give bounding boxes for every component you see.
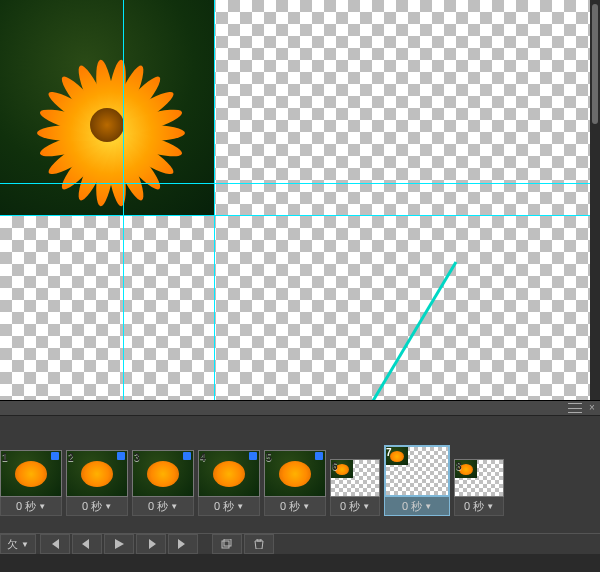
panel-close-icon[interactable]: × [586, 402, 598, 414]
loop-label: 欠 [7, 537, 18, 552]
frame-2[interactable]: 20 秒▼ [66, 450, 128, 516]
animation-timeline-panel: × 10 秒▼20 秒▼30 秒▼40 秒▼50 秒▼60 秒▼70 秒▼80 … [0, 400, 600, 554]
frame-delay-label: 0 秒 [148, 499, 168, 514]
frame-number: 1 [2, 452, 8, 463]
playback-toolbar: 欠 ▼ [0, 533, 600, 554]
frame-number: 3 [134, 452, 140, 463]
guide-vertical[interactable] [214, 0, 215, 400]
frame-propagate-icon [183, 452, 191, 460]
chevron-down-icon: ▼ [38, 502, 46, 511]
duplicate-frame-icon [221, 539, 233, 549]
document-viewport[interactable] [0, 0, 590, 400]
last-frame-icon [177, 539, 189, 549]
trash-icon [253, 539, 265, 549]
frame-delay-label: 0 秒 [16, 499, 36, 514]
frame-strip: 10 秒▼20 秒▼30 秒▼40 秒▼50 秒▼60 秒▼70 秒▼80 秒▼ [0, 416, 600, 516]
guide-horizontal[interactable] [0, 183, 590, 184]
frame-number: 8 [456, 461, 462, 472]
vertical-scrollbar[interactable] [590, 0, 600, 400]
chevron-down-icon: ▼ [104, 502, 112, 511]
chevron-down-icon: ▼ [302, 502, 310, 511]
delete-frame-button[interactable] [244, 534, 274, 554]
frame-propagate-icon [315, 452, 323, 460]
frame-3[interactable]: 30 秒▼ [132, 450, 194, 516]
chevron-down-icon: ▼ [170, 502, 178, 511]
frame-delay-dropdown[interactable]: 0 秒▼ [66, 497, 128, 516]
frame-propagate-icon [117, 452, 125, 460]
play-button[interactable] [104, 534, 134, 554]
frame-delay-dropdown[interactable]: 0 秒▼ [0, 497, 62, 516]
duplicate-frame-button[interactable] [212, 534, 242, 554]
frame-delay-dropdown[interactable]: 0 秒▼ [264, 497, 326, 516]
loop-options-dropdown[interactable]: 欠 ▼ [0, 534, 36, 554]
frame-8[interactable]: 80 秒▼ [454, 459, 504, 516]
frame-delay-label: 0 秒 [402, 499, 422, 514]
canvas-area[interactable] [0, 0, 600, 400]
frame-1[interactable]: 10 秒▼ [0, 450, 62, 516]
frame-4[interactable]: 40 秒▼ [198, 450, 260, 516]
frame-number: 7 [386, 447, 392, 458]
guide-vertical[interactable] [123, 0, 124, 400]
frame-propagate-icon [249, 452, 257, 460]
last-frame-button[interactable] [168, 534, 198, 554]
frame-number: 4 [200, 452, 206, 463]
frame-delay-label: 0 秒 [340, 499, 360, 514]
panel-menu-icon[interactable] [568, 403, 582, 413]
first-frame-icon [49, 539, 61, 549]
frame-delay-dropdown[interactable]: 0 秒▼ [198, 497, 260, 516]
chevron-down-icon: ▼ [236, 502, 244, 511]
frame-delay-dropdown[interactable]: 0 秒▼ [132, 497, 194, 516]
chevron-down-icon: ▼ [424, 502, 432, 511]
chevron-down-icon: ▼ [362, 502, 370, 511]
frame-6[interactable]: 60 秒▼ [330, 459, 380, 516]
frame-number: 5 [266, 452, 272, 463]
svg-rect-1 [222, 541, 229, 548]
frame-delay-label: 0 秒 [280, 499, 300, 514]
status-bar [0, 554, 600, 572]
frame-number: 2 [68, 452, 74, 463]
frame-thumbnail[interactable] [384, 445, 450, 497]
frame-5[interactable]: 50 秒▼ [264, 450, 326, 516]
svg-rect-2 [224, 539, 231, 546]
frame-number: 6 [332, 461, 338, 472]
next-frame-button[interactable] [136, 534, 166, 554]
frame-7[interactable]: 70 秒▼ [384, 445, 450, 516]
next-frame-icon [145, 539, 157, 549]
chevron-down-icon: ▼ [21, 540, 29, 549]
panel-header[interactable]: × [0, 401, 600, 416]
first-frame-button[interactable] [40, 534, 70, 554]
frame-delay-label: 0 秒 [82, 499, 102, 514]
prev-frame-button[interactable] [72, 534, 102, 554]
prev-frame-icon [81, 539, 93, 549]
frame-delay-dropdown[interactable]: 0 秒▼ [384, 497, 450, 516]
frame-delay-label: 0 秒 [464, 499, 484, 514]
frame-delay-label: 0 秒 [214, 499, 234, 514]
frame-delay-dropdown[interactable]: 0 秒▼ [330, 497, 380, 516]
guide-horizontal[interactable] [0, 215, 590, 216]
play-icon [113, 539, 125, 549]
frame-delay-dropdown[interactable]: 0 秒▼ [454, 497, 504, 516]
chevron-down-icon: ▼ [486, 502, 494, 511]
frame-propagate-icon [51, 452, 59, 460]
